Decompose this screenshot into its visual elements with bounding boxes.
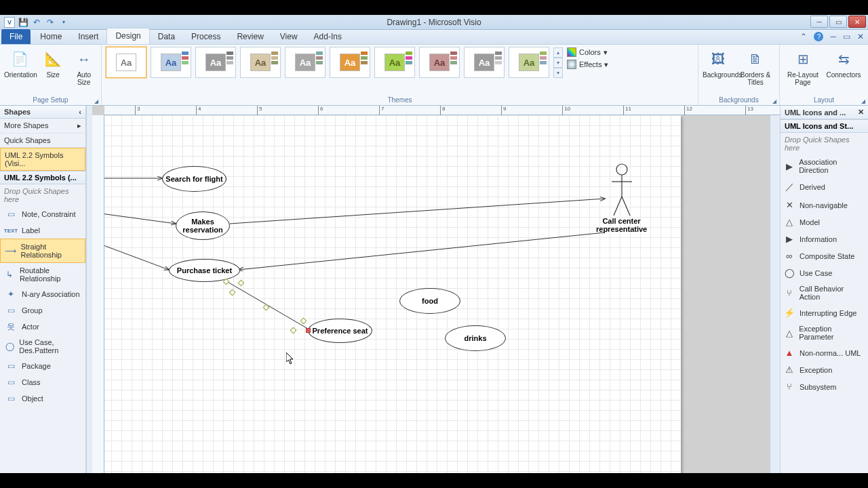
minimize-button[interactable]: ─ xyxy=(810,16,828,28)
shapes-pane: Shapes‹ More Shapes ▸ Quick Shapes UML 2… xyxy=(0,106,86,473)
undo-icon[interactable]: ↶ xyxy=(31,17,42,28)
shape-non-normative[interactable]: ▲Non-norma... UML xyxy=(781,344,868,361)
shape-group[interactable]: ▭Group xyxy=(0,302,85,319)
canvas-area[interactable]: Search for flight Makes reservation Purc… xyxy=(104,115,770,473)
doc-close-icon[interactable]: ✕ xyxy=(857,32,864,41)
tab-data[interactable]: Data xyxy=(150,29,183,44)
theme-swatch-2[interactable]: Aa xyxy=(151,47,191,78)
left-scrollbar[interactable] xyxy=(86,106,92,473)
connector-handle[interactable] xyxy=(238,280,245,287)
theme-swatch-3[interactable]: Aa xyxy=(195,47,236,78)
shape-association-direction[interactable]: ▶Association Direction xyxy=(781,155,868,178)
shape-model[interactable]: △Model xyxy=(781,214,868,230)
shape-interrupting-edge[interactable]: ⚡Interrupting Edge xyxy=(781,304,868,321)
size-button[interactable]: 📐Size xyxy=(38,47,68,79)
shape-actor[interactable]: 웃Actor xyxy=(0,319,85,335)
actor-call-center[interactable]: Call center representative xyxy=(596,163,647,233)
shape-subsystem[interactable]: ⑂Subsystem xyxy=(781,378,868,395)
effects-dropdown[interactable]: Effects ▾ xyxy=(566,59,610,70)
theme-swatch-4[interactable]: Aa xyxy=(240,47,281,78)
close-button[interactable]: ✕ xyxy=(848,16,866,28)
shape-object[interactable]: ▭Object xyxy=(0,390,85,407)
shape-label[interactable]: TEXTLabel xyxy=(0,222,85,239)
theme-swatch-8[interactable]: Aa xyxy=(419,47,460,78)
usecase-drinks[interactable]: drinks xyxy=(445,325,506,351)
autosize-button[interactable]: ↔Auto Size xyxy=(71,47,97,86)
theme-swatch-7[interactable]: Aa xyxy=(374,47,415,78)
redo-icon[interactable]: ↷ xyxy=(45,17,56,28)
tab-insert[interactable]: Insert xyxy=(70,29,106,44)
tab-file[interactable]: File xyxy=(1,29,31,44)
usecase-preference-seat[interactable]: Preference seat xyxy=(308,319,372,343)
backgrounds-launcher-icon[interactable]: ◢ xyxy=(772,98,776,104)
save-icon[interactable]: 💾 xyxy=(18,17,28,28)
close-pane-icon[interactable]: ✕ xyxy=(858,108,864,117)
shape-nary-association[interactable]: ✦N-ary Association xyxy=(0,286,85,302)
relayout-button[interactable]: ⊞Re-Layout Page xyxy=(784,47,822,86)
connector-handle[interactable] xyxy=(229,289,236,296)
shape-class[interactable]: ▭Class xyxy=(0,374,85,390)
shape-routable-relationship[interactable]: ↳Routable Relationship xyxy=(0,263,85,286)
tab-review[interactable]: Review xyxy=(229,29,271,44)
qat-dropdown-icon[interactable]: ▾ xyxy=(58,17,69,28)
collapse-icon[interactable]: ‹ xyxy=(79,108,81,116)
tab-view[interactable]: View xyxy=(272,29,306,44)
page-setup-launcher-icon[interactable]: ◢ xyxy=(94,98,98,104)
theme-swatch-1[interactable]: Aa xyxy=(106,47,146,78)
canvas[interactable]: 3 4 5 6 7 8 9 10 11 12 13 xyxy=(92,106,780,473)
right-drop-hint: Drop Quick Shapes here xyxy=(781,133,868,155)
colors-dropdown[interactable]: Colors ▾ xyxy=(566,47,610,58)
connectors-button[interactable]: ⇆Connectors xyxy=(825,47,863,79)
shape-package[interactable]: ▭Package xyxy=(0,358,85,374)
connector-endpoint[interactable] xyxy=(306,328,311,333)
usecase-purchase-ticket[interactable]: Purchase ticket xyxy=(169,259,240,282)
theme-gallery-scroll[interactable]: ▴▾▾ xyxy=(553,47,563,78)
tab-process[interactable]: Process xyxy=(183,29,229,44)
help-icon[interactable]: ? xyxy=(814,32,823,41)
shape-straight-relationship[interactable]: ⟶Straight Relationship xyxy=(0,239,85,263)
layout-launcher-icon[interactable]: ◢ xyxy=(861,98,865,104)
shape-exception[interactable]: ⚠Exception xyxy=(781,361,868,378)
shape-note-constraint[interactable]: ▭Note, Constraint xyxy=(0,206,85,222)
connector-handle[interactable] xyxy=(223,279,230,285)
doc-restore-icon[interactable]: ▭ xyxy=(843,32,850,41)
theme-swatch-10[interactable]: Aa xyxy=(509,47,549,78)
theme-swatch-6[interactable]: Aa xyxy=(330,47,370,78)
borders-titles-button[interactable]: 🗎Borders & Titles xyxy=(736,47,774,86)
shape-information[interactable]: ▶Information xyxy=(781,230,868,247)
theme-swatch-9[interactable]: Aa xyxy=(464,47,505,78)
theme-gallery[interactable]: Aa Aa Aa Aa Aa Aa Aa Aa Aa Aa ▴▾▾ xyxy=(106,47,563,78)
connector-handle[interactable] xyxy=(263,304,270,311)
actor-label: Call center representative xyxy=(596,217,647,233)
tab-addins[interactable]: Add-Ins xyxy=(306,29,350,44)
doc-minimize-icon[interactable]: ─ xyxy=(830,32,836,41)
usecase-makes-reservation[interactable]: Makes reservation xyxy=(176,211,230,240)
backgrounds-button[interactable]: 🖼Backgrounds xyxy=(703,47,734,79)
connector-handle[interactable] xyxy=(300,318,307,325)
stencil-uml-symbols[interactable]: UML 2.2 Symbols (Visi... xyxy=(0,148,85,171)
tab-home[interactable]: Home xyxy=(32,29,70,44)
drawing-page[interactable]: Search for flight Makes reservation Purc… xyxy=(104,115,681,473)
maximize-button[interactable]: ▭ xyxy=(829,16,847,28)
shape-use-case[interactable]: ◯Use Case, Des.Pattern xyxy=(0,335,85,358)
more-shapes-row[interactable]: More Shapes ▸ xyxy=(0,119,85,134)
connector-handle[interactable] xyxy=(290,327,297,334)
shape-non-navigable[interactable]: ✕Non-navigable xyxy=(781,197,868,214)
right-pane-title[interactable]: UML Icons and St... xyxy=(781,119,868,133)
shape-exception-parameter[interactable]: △Exception Parameter xyxy=(781,321,868,344)
usecase-food[interactable]: food xyxy=(399,288,460,314)
shape-derived[interactable]: ／Derived xyxy=(781,178,868,197)
shape-composite-state[interactable]: ∞Composite State xyxy=(781,247,868,264)
usecase-search-flight[interactable]: Search for flight xyxy=(162,166,226,192)
theme-swatch-5[interactable]: Aa xyxy=(285,47,326,78)
orientation-button[interactable]: 📄Orientation xyxy=(4,47,35,79)
right-pane-tab[interactable]: UML Icons and ...✕ xyxy=(781,106,868,119)
shape-call-behavior[interactable]: ⑂Call Behavior Action xyxy=(781,281,868,304)
canvas-scrollbar[interactable] xyxy=(770,115,780,473)
shapes-pane-header[interactable]: Shapes‹ xyxy=(0,106,85,119)
minimize-ribbon-icon[interactable]: ⌃ xyxy=(800,32,807,41)
quick-shapes-row[interactable]: Quick Shapes xyxy=(0,134,85,148)
tab-design[interactable]: Design xyxy=(106,28,149,44)
shape-right-use-case[interactable]: ◯Use Case xyxy=(781,264,868,281)
stencil-heading[interactable]: UML 2.2 Symbols (... xyxy=(0,171,85,184)
